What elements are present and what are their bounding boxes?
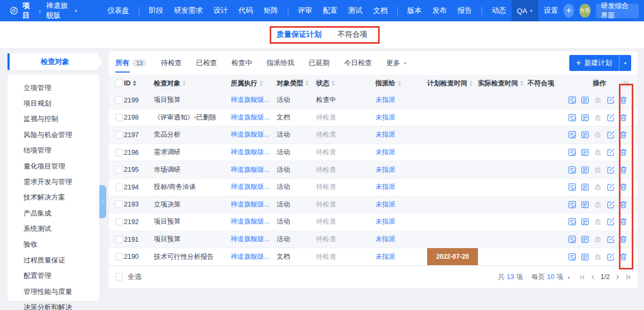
navbar-menu-item[interactable]: 代码 xyxy=(233,0,258,21)
navbar-menu-item[interactable]: 设置 xyxy=(538,0,563,21)
sort-icon[interactable] xyxy=(133,81,136,86)
execution-link[interactable]: 禅道旗舰版... xyxy=(231,235,270,244)
sidebar-item[interactable]: 技术解决方案 xyxy=(7,190,99,205)
sort-icon[interactable] xyxy=(183,81,186,86)
sidebar-item[interactable]: 项目规划 xyxy=(7,96,99,111)
sidebar-item[interactable]: 管理性能与度量 xyxy=(7,284,99,299)
filter-tab[interactable]: 已检查 xyxy=(196,58,217,68)
navbar-menu-item[interactable]: 配置 xyxy=(318,0,343,21)
edit-icon[interactable] xyxy=(606,235,615,244)
detail-list-icon[interactable] xyxy=(580,165,590,174)
new-plan-button[interactable]: +新建计划 xyxy=(569,55,619,71)
row-checkbox[interactable] xyxy=(115,114,123,121)
delete-trash-icon[interactable] xyxy=(619,252,628,261)
sidebar-item[interactable]: 产品集成 xyxy=(7,205,99,221)
column-header[interactable]: 不符合项 xyxy=(528,79,568,88)
record-results-icon[interactable] xyxy=(568,182,577,192)
assignee-link[interactable]: 未指派 xyxy=(375,113,396,122)
delete-trash-icon[interactable] xyxy=(619,148,628,157)
filter-tab[interactable]: 所有13 xyxy=(115,58,146,68)
assignee-link[interactable]: 未指派 xyxy=(375,148,396,157)
record-results-icon[interactable] xyxy=(568,148,577,157)
navbar-menu-item[interactable]: 仪表盘 xyxy=(102,0,135,21)
delete-trash-icon[interactable] xyxy=(619,165,628,174)
column-header[interactable]: 检查对象 xyxy=(154,79,231,88)
navbar-menu-item[interactable]: 设计 xyxy=(208,0,233,21)
navbar-menu-item[interactable]: 版本 xyxy=(402,0,427,21)
delete-trash-icon[interactable] xyxy=(619,182,628,192)
edit-icon[interactable] xyxy=(606,113,615,122)
edit-icon[interactable] xyxy=(606,182,615,192)
navbar-menu-item[interactable]: 文档 xyxy=(368,0,393,21)
column-header[interactable]: 实际检查时间 xyxy=(478,79,528,88)
navbar-menu-item[interactable]: 报告 xyxy=(452,0,477,21)
sort-icon[interactable] xyxy=(305,81,309,86)
first-page-button[interactable] xyxy=(579,274,585,280)
sort-icon[interactable] xyxy=(260,81,263,86)
execution-link[interactable]: 禅道旗舰版... xyxy=(231,200,270,209)
assignee-link[interactable]: 未指派 xyxy=(375,235,396,244)
column-header[interactable]: 计划检查时间 xyxy=(427,79,478,88)
detail-list-icon[interactable] xyxy=(580,182,590,192)
sidebar-item[interactable]: 立项管理 xyxy=(7,80,99,96)
assignee-link[interactable]: 未指派 xyxy=(375,165,396,174)
filter-tab[interactable]: 指派给我 xyxy=(266,58,294,68)
dev-suite-button[interactable]: 研发综合界面 xyxy=(596,4,639,18)
sidebar-item[interactable]: 需求开发与管理 xyxy=(7,174,99,189)
sort-icon[interactable] xyxy=(398,81,401,86)
row-checkbox[interactable] xyxy=(115,253,123,260)
delete-trash-icon[interactable] xyxy=(619,113,628,122)
row-checkbox[interactable] xyxy=(115,166,123,173)
delete-trash-icon[interactable] xyxy=(619,96,628,105)
assignee-link[interactable]: 未指派 xyxy=(375,96,396,105)
sort-icon[interactable] xyxy=(332,81,335,86)
row-checkbox[interactable] xyxy=(115,131,123,139)
record-results-icon[interactable] xyxy=(568,235,577,244)
navbar-menu-item[interactable]: 动态 xyxy=(486,0,512,21)
record-results-icon[interactable] xyxy=(568,130,577,139)
row-checkbox[interactable] xyxy=(115,236,123,243)
execution-link[interactable]: 禅道旗舰版... xyxy=(231,130,270,139)
delete-trash-icon[interactable] xyxy=(619,200,628,209)
delete-trash-icon[interactable] xyxy=(619,235,628,244)
column-header[interactable]: 所属执行 xyxy=(231,79,277,88)
project-switcher[interactable]: 禅道旗舰版▼ xyxy=(46,1,78,20)
detail-list-icon[interactable] xyxy=(580,113,590,122)
edit-icon[interactable] xyxy=(606,200,615,209)
delete-trash-icon[interactable] xyxy=(619,130,628,139)
column-header[interactable]: ID xyxy=(124,80,154,87)
sidebar-item[interactable]: 监视与控制 xyxy=(7,112,99,127)
header-select-all-checkbox[interactable] xyxy=(115,80,123,87)
sidebar-item[interactable]: 系统测试 xyxy=(7,221,99,236)
edit-icon[interactable] xyxy=(606,148,615,157)
sidebar-item[interactable]: 验收 xyxy=(7,237,99,252)
edit-icon[interactable] xyxy=(606,130,615,139)
detail-list-icon[interactable] xyxy=(580,217,590,226)
column-header[interactable]: 对象类型 xyxy=(277,79,316,88)
sidebar-collapse-handle[interactable]: ‹ xyxy=(99,185,106,218)
execution-link[interactable]: 禅道旗舰版... xyxy=(231,165,270,174)
navbar-menu-item[interactable]: 研发需求 xyxy=(169,0,208,21)
quick-create-button[interactable]: + xyxy=(563,4,574,18)
filter-tab[interactable]: 待检查 xyxy=(161,58,182,68)
assignee-link[interactable]: 未指派 xyxy=(375,182,396,192)
project-menu[interactable]: 项目 xyxy=(22,1,33,20)
sidebar-item[interactable]: 结项管理 xyxy=(7,143,99,158)
execution-link[interactable]: 禅道旗舰版... xyxy=(231,217,270,226)
delete-trash-icon[interactable] xyxy=(619,217,628,226)
sidebar-item[interactable]: 量化项目管理 xyxy=(7,158,99,174)
navbar-menu-item[interactable]: QA▼ xyxy=(512,0,538,21)
prev-page-button[interactable] xyxy=(590,274,596,280)
record-results-icon[interactable] xyxy=(568,252,577,261)
execution-link[interactable]: 禅道旗舰版... xyxy=(231,182,270,192)
sort-icon[interactable] xyxy=(520,81,523,86)
detail-list-icon[interactable] xyxy=(580,235,590,244)
detail-list-icon[interactable] xyxy=(580,96,590,105)
per-page-selector[interactable]: 每页10项▲ xyxy=(531,273,570,282)
execution-link[interactable]: 禅道旗舰版... xyxy=(231,252,270,261)
execution-link[interactable]: 禅道旗舰版... xyxy=(231,113,270,122)
edit-icon[interactable] xyxy=(606,165,615,174)
column-settings-gear-icon[interactable] xyxy=(622,80,630,89)
row-checkbox[interactable] xyxy=(115,218,123,226)
page-tab[interactable]: 质量保证计划 xyxy=(277,30,321,39)
